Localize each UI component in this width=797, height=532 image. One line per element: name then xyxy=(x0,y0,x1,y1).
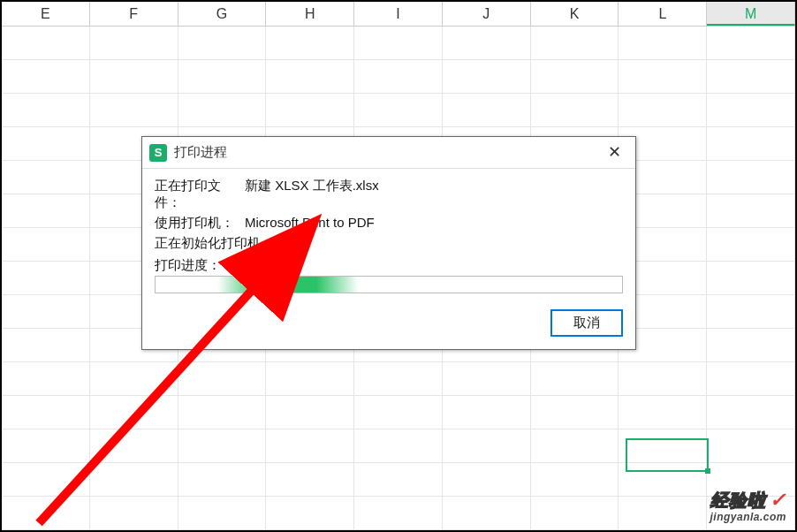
close-button[interactable]: ✕ xyxy=(596,140,632,166)
col-header-G[interactable]: G xyxy=(178,2,267,26)
col-header-M[interactable]: M xyxy=(707,2,795,26)
progress-fill xyxy=(217,277,359,293)
dialog-titlebar[interactable]: S 打印进程 ✕ xyxy=(142,137,635,169)
file-label: 正在打印文件： xyxy=(155,178,245,211)
wps-spreadsheet-icon: S xyxy=(149,144,167,162)
status-text: 正在初始化打印机... xyxy=(155,235,623,252)
col-header-H[interactable]: H xyxy=(266,2,354,26)
printer-label: 使用打印机： xyxy=(155,215,245,232)
progress-label: 打印进度： xyxy=(155,257,623,274)
col-header-I[interactable]: I xyxy=(354,2,443,26)
close-icon: ✕ xyxy=(608,143,621,161)
col-header-J[interactable]: J xyxy=(443,2,531,26)
col-header-F[interactable]: F xyxy=(90,2,178,26)
cancel-button[interactable]: 取消 xyxy=(550,309,623,337)
col-header-E[interactable]: E xyxy=(2,2,90,26)
column-header-row: E F G H I J K L M xyxy=(2,2,795,27)
printer-name: Microsoft Print to PDF xyxy=(245,215,623,232)
col-header-K[interactable]: K xyxy=(531,2,619,26)
file-name: 新建 XLSX 工作表.xlsx xyxy=(245,178,623,211)
dialog-body: 正在打印文件： 新建 XLSX 工作表.xlsx 使用打印机： Microsof… xyxy=(142,169,635,349)
dialog-title: 打印进程 xyxy=(174,144,596,161)
col-header-L[interactable]: L xyxy=(619,2,707,26)
progress-bar xyxy=(155,276,623,293)
print-progress-dialog: S 打印进程 ✕ 正在打印文件： 新建 XLSX 工作表.xlsx 使用打印机：… xyxy=(141,136,636,350)
